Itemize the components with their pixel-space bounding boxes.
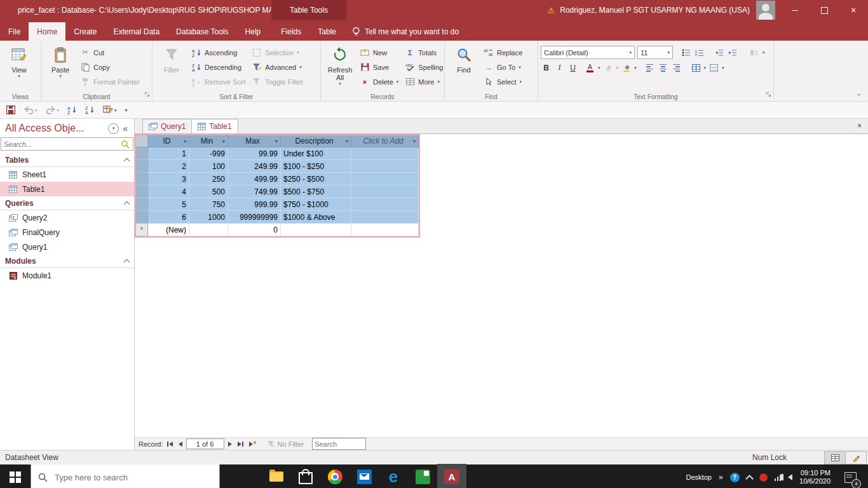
cell[interactable] [351, 160, 419, 173]
gridlines-button[interactable] [691, 62, 702, 73]
bold-button[interactable]: B [541, 62, 552, 73]
row-selector[interactable] [136, 198, 148, 211]
increase-indent-button[interactable] [727, 47, 738, 58]
overflow-chevron-icon[interactable]: » [719, 473, 723, 482]
cell[interactable]: 499.99 [228, 173, 281, 186]
cell[interactable]: 750 [189, 198, 228, 211]
row-selector[interactable] [136, 186, 148, 198]
delete-record-button[interactable]: × Delete ▾ [356, 74, 402, 89]
column-header-id[interactable]: ID▾ [148, 135, 189, 147]
select-all-cell[interactable] [136, 135, 148, 147]
cell[interactable]: 249.99 [228, 160, 281, 173]
go-to-button[interactable]: → Go To ▾ [480, 60, 526, 74]
nav-section-header[interactable]: Modules [0, 254, 134, 268]
save-record-button[interactable]: Save [356, 60, 402, 74]
sidebar-item-query1[interactable]: Query1 [0, 240, 134, 254]
replace-button[interactable]: abac Replace [480, 45, 526, 60]
copy-button[interactable]: Copy [77, 60, 143, 74]
sidebar-item-table1[interactable]: Table1 [0, 182, 134, 196]
show-hidden-icons-icon[interactable] [745, 475, 754, 483]
paste-button[interactable]: Paste ▾ [44, 43, 77, 78]
cell[interactable]: 4 [148, 186, 189, 198]
highlight-color-button[interactable] [603, 62, 614, 73]
new-row-selector[interactable]: * [136, 224, 148, 236]
tab-database-tools[interactable]: Database Tools [168, 22, 237, 41]
cell[interactable] [281, 224, 351, 236]
select-button[interactable]: Select ▾ [480, 74, 526, 89]
file-explorer-icon[interactable] [262, 464, 291, 488]
bullets-button[interactable] [681, 47, 691, 58]
microsoft-store-icon[interactable] [291, 464, 320, 488]
cell[interactable]: 5 [148, 198, 189, 211]
underline-button[interactable]: U [567, 62, 578, 73]
view-button[interactable]: View ▾ [3, 43, 36, 78]
decrease-indent-button[interactable] [714, 47, 724, 58]
spelling-button[interactable]: ABC Spelling [402, 60, 446, 74]
row-selector[interactable] [136, 211, 148, 224]
antivirus-tray-icon[interactable] [759, 473, 768, 482]
align-right-button[interactable] [671, 62, 682, 73]
doc-tab-query1[interactable]: Query1 [142, 119, 192, 133]
mail-icon[interactable] [349, 464, 379, 488]
ascending-button[interactable]: AZ Ascending [188, 45, 248, 60]
minimize-button[interactable] [780, 0, 810, 20]
column-dropdown-icon[interactable]: ▾ [346, 139, 348, 144]
cell[interactable]: 6 [148, 211, 189, 224]
refresh-all-button[interactable]: Refresh All ▾ [323, 43, 356, 86]
desktop-label[interactable]: Desktop [686, 473, 712, 481]
text-formatting-dialog-launcher-icon[interactable] [766, 90, 771, 99]
cell[interactable]: 1 [148, 147, 189, 160]
next-record-button[interactable] [226, 439, 234, 449]
cell[interactable]: 999999999 [228, 211, 281, 224]
design-view-button[interactable] [845, 451, 867, 464]
tab-home[interactable]: Home [29, 22, 65, 41]
cell[interactable]: (New) [148, 224, 189, 236]
cell[interactable]: 749.99 [228, 186, 281, 198]
shutter-bar-close-icon[interactable]: « [123, 123, 128, 133]
action-center-icon[interactable]: 4 [837, 464, 863, 488]
toggle-filter-button[interactable]: Toggle Filter [248, 74, 306, 89]
numbering-button[interactable]: 123 [694, 47, 705, 58]
record-search-input[interactable] [312, 438, 366, 450]
datasheet-view-button[interactable] [824, 451, 846, 464]
cell[interactable]: 2 [148, 160, 189, 173]
column-dropdown-icon[interactable]: ▾ [275, 139, 278, 144]
text-direction-button[interactable] [749, 47, 760, 58]
align-center-button[interactable] [658, 62, 668, 73]
qat-save-button[interactable] [6, 105, 15, 114]
qat-advanced-filter-button[interactable]: ▾ [103, 105, 117, 114]
row-selector[interactable] [136, 147, 148, 160]
start-button[interactable] [0, 464, 31, 488]
sidebar-item-query2[interactable]: !Query2 [0, 210, 134, 225]
alternate-row-color-button[interactable] [709, 62, 719, 73]
warning-icon[interactable]: ⚠ [548, 6, 555, 15]
tab-create[interactable]: Create [65, 22, 105, 41]
cell[interactable]: $100 - $250 [281, 160, 351, 173]
nav-section-header[interactable]: Queries [0, 196, 134, 210]
cell[interactable]: 0 [228, 224, 281, 236]
nav-pane-menu-icon[interactable]: ▾ [108, 123, 119, 134]
customize-qat-button[interactable]: ▾ [125, 108, 128, 112]
cell[interactable]: 999.99 [228, 198, 281, 211]
font-color-button[interactable]: A [585, 62, 595, 73]
column-dropdown-icon[interactable]: ▾ [184, 139, 186, 144]
qat-undo-button[interactable]: ▾ [24, 106, 37, 114]
cell[interactable]: 1000 [189, 211, 228, 224]
edge-icon[interactable]: e [379, 464, 408, 488]
new-record-button[interactable]: New [356, 45, 402, 60]
font-size-select[interactable]: 11 ▾ [637, 46, 673, 59]
selection-button[interactable]: Selection ▾ [248, 45, 306, 60]
more-button[interactable]: More ▾ [402, 74, 446, 89]
cell[interactable]: 100 [189, 160, 228, 173]
cell[interactable]: $250 - $500 [281, 173, 351, 186]
qat-sort-ascending-button[interactable]: AZ [67, 105, 77, 114]
tab-file[interactable]: File [0, 22, 29, 41]
find-button[interactable]: Find [447, 43, 480, 74]
green-app-icon[interactable] [408, 464, 437, 488]
clipboard-dialog-launcher-icon[interactable] [144, 90, 150, 99]
user-name[interactable]: Rodriguez, Manuel P SGT USARMY NG MAANG … [560, 6, 750, 15]
collapse-ribbon-icon[interactable]: ⌃ [857, 93, 862, 100]
previous-record-button[interactable] [177, 439, 184, 449]
new-record-button-nav[interactable]: * [247, 439, 259, 449]
cell[interactable]: $750 - $1000 [281, 198, 351, 211]
